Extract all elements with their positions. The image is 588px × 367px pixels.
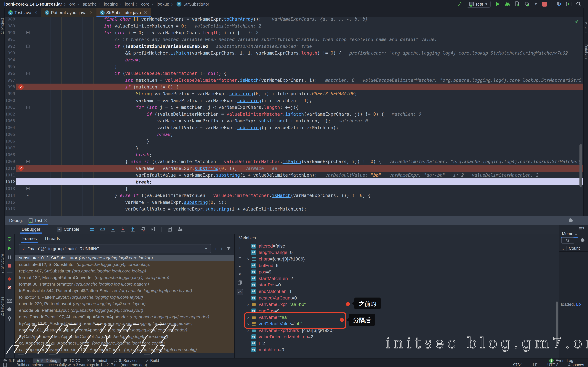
variable-row-varNameExpr[interactable]: ›varNameExpr = "aa:-bb" [245, 301, 559, 308]
show-execution-point-icon[interactable] [89, 227, 94, 232]
structure-grid-icon[interactable] [556, 1, 562, 7]
frame-row[interactable]: toText:244, PatternLayout (org.apache.lo… [15, 294, 234, 300]
event-log-button[interactable]: 1 Event Log [549, 358, 573, 363]
frame-row[interactable]: replace:467, StrSubstitutor (org.apache.… [15, 268, 234, 274]
navigate-up-icon[interactable]: ▲ [238, 264, 242, 268]
code-line-1010[interactable]: 1010✓ varName = varNameExpr.substring(0,… [5, 165, 583, 172]
sidebar-item-structure[interactable]: 7: Structure [0, 254, 5, 274]
variable-row-bufEnd[interactable]: 01bufEnd = 9 [245, 262, 559, 269]
editor-tab-strsubstitutor-java[interactable]: CStrSubstitutor.java✕ [96, 8, 151, 17]
close-icon[interactable]: ✕ [44, 218, 48, 223]
resume-icon[interactable] [7, 246, 12, 251]
breadcrumb-item[interactable]: log4j [125, 2, 134, 7]
variable-row-i[interactable]: 01i = 2 [245, 340, 559, 347]
variable-row-matchLen[interactable]: 01matchLen = 0 [245, 347, 559, 353]
view-breakpoints-icon[interactable] [7, 277, 12, 281]
debug-button[interactable] [505, 1, 510, 7]
code-line-1008[interactable]: 1008 break; [5, 151, 583, 158]
frame-down-icon[interactable]: ↓ [221, 246, 223, 251]
gear-icon[interactable] [569, 218, 574, 223]
expander-icon[interactable]: › [245, 302, 251, 307]
sidebar-toggle-icon[interactable] [3, 363, 7, 367]
breadcrumb-item[interactable]: apache [83, 2, 97, 7]
toolwindow-button-todo[interactable]: TODO [61, 359, 84, 363]
close-icon[interactable]: ✕ [90, 10, 93, 15]
code-line-990[interactable]: 990− for (int i = 0; i < varNameExprChar… [5, 29, 583, 36]
variable-row-altered[interactable]: 01altered = false [245, 243, 559, 249]
breadcrumb-item[interactable]: org [69, 2, 76, 7]
code-line-1006[interactable]: 1006 } [5, 138, 583, 144]
breadcrumb-item[interactable]: core [141, 2, 149, 7]
variable-row-valueDelimiterMatchLen[interactable]: 01valueDelimiterMatchLen = 2 [245, 334, 559, 340]
variable-row-endMatchLen[interactable]: 01endMatchLen = 1 [245, 288, 559, 295]
tab-frames[interactable]: Frames [22, 234, 37, 243]
code-line-988[interactable]: 988 final char [] varNameExprChars = var… [5, 17, 583, 22]
code-line-1016[interactable]: 1016 varDefaultValue = varNameExpr.subst… [5, 206, 583, 212]
tab-threads[interactable]: Threads [44, 234, 60, 243]
toolwindow-button-5-debug[interactable]: 5: Debug [33, 359, 61, 363]
code-line-989[interactable]: 989 int valueDelimiterMatchLen = 0; valu… [5, 22, 583, 29]
step-out-icon[interactable] [130, 227, 135, 232]
variable-row-startMatchLen[interactable]: 01startMatchLen = 2 [245, 275, 559, 282]
sidebar-item-favorites[interactable]: 2: Favorites [0, 297, 5, 316]
file-encoding[interactable]: UTF-8 [547, 363, 558, 367]
code-line-993[interactable]: 993 && prefixMatcher.isMatch(varNameExpr… [5, 50, 583, 56]
toolwindow-button-terminal[interactable]: Terminal [84, 359, 110, 363]
stop-button[interactable] [542, 1, 547, 7]
evaluate-expression-icon[interactable] [167, 227, 172, 232]
frame-up-icon[interactable]: ↑ [215, 246, 217, 251]
screenshot-icon[interactable] [7, 299, 12, 303]
frame-row[interactable]: callAppender0:129, AppenderControl (org.… [15, 340, 234, 346]
code-line-1014[interactable]: 1014▾ } else if ((valueDelimiterMatchLen… [5, 192, 583, 199]
sidebar-item-project[interactable]: 1: Project [0, 18, 5, 34]
step-into-icon[interactable] [111, 227, 115, 232]
code-line-997[interactable]: 997 int matchLen = valueEscapeDelimiterM… [5, 77, 583, 83]
profiler-chevron-icon[interactable]: ▼ [534, 2, 537, 6]
step-over-icon[interactable] [100, 227, 105, 232]
pin-icon[interactable] [7, 316, 12, 321]
run-button[interactable] [495, 1, 500, 7]
code-line-996[interactable]: 996− if (valueEscapeDelimiterMatcher != … [5, 70, 583, 77]
restore-layout-icon[interactable]: ▤▾ [579, 226, 584, 230]
stop-icon[interactable] [7, 264, 12, 268]
toolwindow-button-build[interactable]: Build [142, 359, 162, 363]
sidebar-item-maven[interactable]: Maven [584, 21, 588, 33]
memory-column-headers[interactable]: .. Count [559, 245, 588, 252]
code-line-1007[interactable]: 1007 } [5, 144, 583, 151]
indent-setting[interactable]: 4 spaces [568, 363, 584, 367]
variable-row-nestedVarCount[interactable]: 01nestedVarCount = 0 [245, 295, 559, 301]
build-hammer-icon[interactable] [457, 1, 462, 7]
code-line-991[interactable]: 991 // if there's any nested variable wh… [5, 36, 583, 43]
variable-row-startPos[interactable]: 01startPos = 0 [245, 282, 559, 288]
copy-icon[interactable] [238, 281, 242, 285]
status-message[interactable]: Build completed successfully with 3 warn… [17, 363, 147, 367]
expander-icon[interactable]: › [245, 256, 251, 262]
force-step-into-icon[interactable] [121, 227, 125, 232]
thread-selector[interactable]: ✓ "main"@1 in group "main": RUNNING ▼ [19, 244, 211, 253]
code-line-1011[interactable]: 1011 varDefaultValue = varNameExpr.subst… [5, 172, 583, 178]
editor-tab-patternlayout-java[interactable]: CPatternLayout.java✕ [41, 8, 96, 17]
variable-row-chars[interactable]: ›chars = {char[9]@1906} [245, 256, 559, 262]
frame-row[interactable]: append:181, AbstractOutputStreamAppender… [15, 327, 234, 333]
code-line-999[interactable]: 999 String varNamePrefix = varNameExpr.s… [5, 90, 583, 97]
memory-loaded-text[interactable]: loaded. Lo [561, 302, 581, 307]
frame-row[interactable]: callAppenderPreventRecursion:120, Append… [15, 346, 234, 353]
sidebar-item-database[interactable]: Database [584, 44, 588, 60]
breadcrumb-item[interactable]: StrSubstitutor [183, 2, 209, 7]
breadcrumb-item[interactable]: lookup [157, 2, 169, 7]
code-line-1001[interactable]: 1001− for (int j = i + matchLen; j < var… [5, 104, 583, 111]
frame-row[interactable]: tryAppend:190, AbstractOutputStreamAppen… [15, 320, 234, 327]
code-line-1003[interactable]: 1003 varName = varNamePrefix + varNameEx… [5, 117, 583, 124]
breadcrumb[interactable]: log4j-core-2.14.1-sources.jar〉org〉apache… [0, 1, 209, 7]
panel-splitter[interactable] [234, 234, 235, 358]
pause-icon[interactable] [7, 255, 12, 259]
code-line-1005[interactable]: 1005 break; [5, 131, 583, 138]
mute-breakpoints-icon[interactable] [7, 285, 12, 290]
frame-row[interactable]: tryCallAppender:156, AppenderControl (or… [15, 333, 234, 340]
frame-row[interactable]: toSerializable:344, PatternLayout$Patter… [15, 287, 234, 294]
hide-panel-icon[interactable]: — [579, 218, 583, 223]
code-line-1013[interactable]: 1013− } [5, 185, 583, 192]
drop-frame-icon[interactable] [140, 227, 145, 232]
frame-row[interactable]: encode:59, PatternLayout (org.apache.log… [15, 307, 234, 314]
toolwindow-button-8-services[interactable]: 8: Services [110, 359, 142, 363]
